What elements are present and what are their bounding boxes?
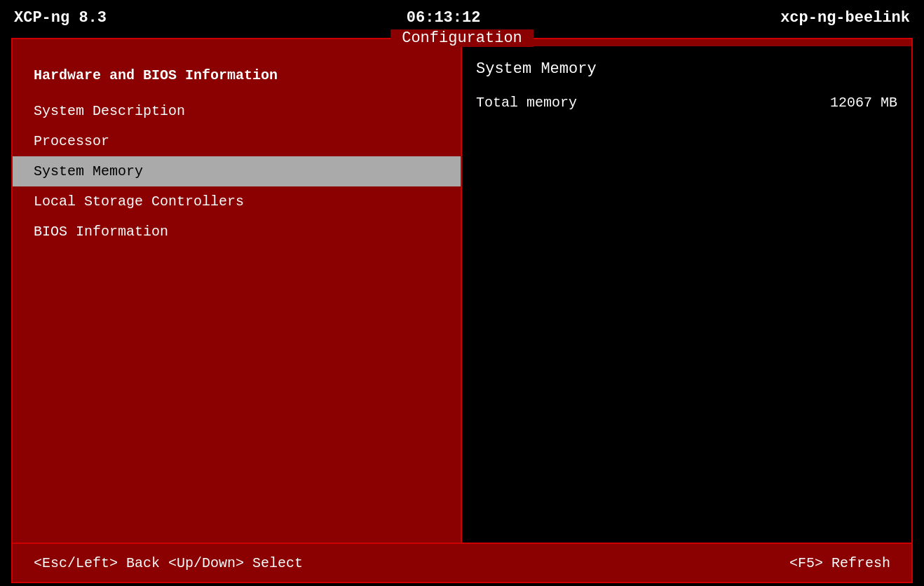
menu-item-processor[interactable]: Processor [13, 126, 461, 156]
left-panel: Hardware and BIOS Information System Des… [13, 46, 462, 543]
info-row-total-memory: Total memory 12067 MB [476, 92, 897, 114]
bottom-bar: <Esc/Left> Back <Up/Down> Select <F5> Re… [13, 543, 911, 582]
menu-item-system-description[interactable]: System Description [13, 96, 461, 126]
menu-item-local-storage-controllers[interactable]: Local Storage Controllers [13, 186, 461, 217]
clock: 06:13:12 [407, 9, 481, 27]
right-panel: System Memory Total memory 12067 MB [462, 46, 911, 543]
menu-header: Hardware and BIOS Information [13, 60, 461, 90]
window-title: Configuration [390, 29, 534, 47]
content-area: Hardware and BIOS Information System Des… [13, 46, 911, 543]
info-value-total-memory: 12067 MB [830, 95, 897, 111]
app-title: XCP-ng 8.3 [14, 9, 107, 27]
main-window: Configuration Hardware and BIOS Informat… [11, 38, 913, 583]
detail-title: System Memory [476, 60, 897, 78]
bottom-bar-left: <Esc/Left> Back <Up/Down> Select [34, 555, 303, 571]
screen: XCP-ng 8.3 06:13:12 xcp-ng-beelink Confi… [0, 0, 924, 586]
menu-item-system-memory[interactable]: System Memory [13, 156, 461, 186]
bottom-bar-right: <F5> Refresh [789, 555, 890, 571]
info-label-total-memory: Total memory [476, 95, 577, 111]
hostname: xcp-ng-beelink [780, 9, 910, 27]
menu-item-bios-information[interactable]: BIOS Information [13, 217, 461, 247]
